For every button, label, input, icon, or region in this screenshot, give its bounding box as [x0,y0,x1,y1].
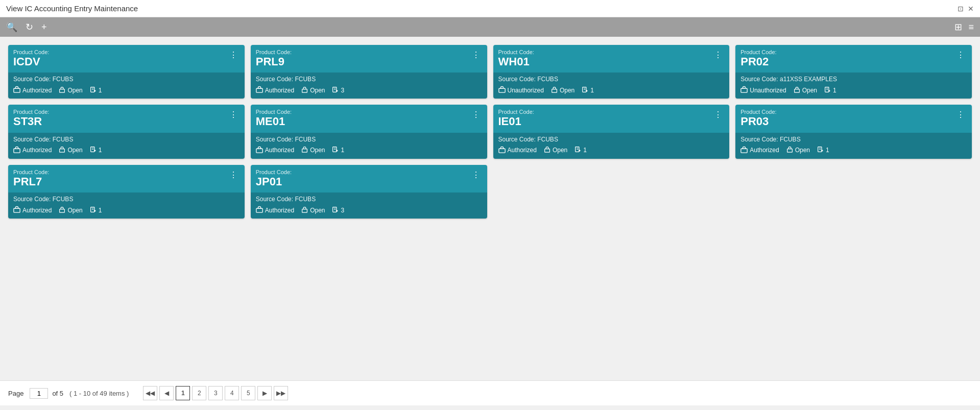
card-source: Source Code: FCUBS [740,136,967,143]
product-code-value: JP01 [256,175,292,188]
prev-page-button[interactable]: ◀ [159,386,174,400]
card-menu-icon[interactable]: ⋮ [227,169,240,181]
open-status-label: Open [310,147,325,154]
card-item[interactable]: Product Code: ME01 ⋮ Source Code: FCUBS … [251,105,487,158]
product-code-label: Product Code: [256,49,292,55]
card-menu-icon[interactable]: ⋮ [470,169,482,181]
edit-icon [90,146,97,154]
add-icon[interactable]: + [41,22,47,33]
maximize-icon[interactable]: ⊡ [958,5,964,13]
product-code-value: PR02 [740,55,776,68]
lock-icon [544,146,551,154]
card-header: Product Code: PR03 ⋮ [735,105,972,132]
last-page-button[interactable]: ▶▶ [274,386,288,400]
card-menu-icon[interactable]: ⋮ [470,49,482,61]
open-status: Open [301,206,325,214]
product-code-value: IE01 [498,115,534,128]
card-menu-icon[interactable]: ⋮ [227,109,240,120]
svg-rect-16 [794,89,799,93]
page-2-button[interactable]: 2 [192,386,206,400]
card-item[interactable]: Product Code: PRL7 ⋮ Source Code: FCUBS … [8,165,245,219]
grid-view-icon[interactable]: ⊞ [954,21,962,33]
card-menu-icon[interactable]: ⋮ [470,109,482,120]
edit-count-label: 3 [341,87,344,94]
card-menu-icon[interactable]: ⋮ [954,109,967,120]
card-source: Source Code: FCUBS [256,136,482,143]
product-code-value: PRL9 [256,55,292,68]
page-4-button[interactable]: 4 [225,386,239,400]
card-menu-icon[interactable]: ⋮ [712,109,724,120]
main-content: Product Code: ICDV ⋮ Source Code: FCUBS … [0,37,980,380]
card-item[interactable]: Product Code: IE01 ⋮ Source Code: FCUBS … [493,105,730,158]
card-body: Source Code: FCUBS Authorized [251,73,487,99]
lock-icon [301,86,308,94]
edit-count-label: 3 [341,207,344,214]
card-item[interactable]: Product Code: WH01 ⋮ Source Code: FCUBS … [493,45,730,99]
edit-icon [332,206,339,214]
auth-icon [256,206,263,214]
edit-count: 1 [824,86,836,94]
open-status: Open [59,86,82,94]
edit-count-label: 1 [833,87,836,94]
card-item[interactable]: Product Code: PRL9 ⋮ Source Code: FCUBS … [251,45,487,99]
card-header: Product Code: ST3R ⋮ [8,105,245,132]
card-menu-icon[interactable]: ⋮ [954,49,967,61]
card-menu-icon[interactable]: ⋮ [227,49,240,61]
toolbar-left: 🔍 ↻ + [6,21,47,33]
open-status: Open [551,86,575,94]
svg-rect-45 [256,208,262,212]
card-item[interactable]: Product Code: ST3R ⋮ Source Code: FCUBS … [8,105,245,158]
card-source: Source Code: FCUBS [13,196,240,203]
edit-count: 3 [332,206,344,214]
edit-icon [824,86,831,94]
toolbar: 🔍 ↻ + ⊞ ≡ [0,17,980,37]
card-item[interactable]: Product Code: JP01 ⋮ Source Code: FCUBS … [251,165,487,219]
auth-status: Authorized [13,206,52,214]
edit-count: 1 [90,146,102,154]
title-bar: View IC Accounting Entry Maintenance ⊡ ✕ [0,0,980,17]
auth-status: Unauthorized [498,86,544,94]
next-page-button[interactable]: ▶ [257,386,272,400]
page-1-button[interactable]: 1 [176,386,190,400]
search-icon[interactable]: 🔍 [6,21,17,33]
close-icon[interactable]: ✕ [968,5,974,13]
first-page-button[interactable]: ◀◀ [143,386,157,400]
card-item[interactable]: Product Code: ICDV ⋮ Source Code: FCUBS … [8,45,245,99]
card-body: Source Code: FCUBS Authorized [493,133,730,159]
auth-status: Authorized [740,146,779,155]
product-code-label: Product Code: [498,109,534,115]
edit-icon [332,86,339,94]
auth-status-label: Authorized [22,87,52,94]
page-3-button[interactable]: 3 [208,386,223,400]
card-header: Product Code: PRL7 ⋮ [8,165,245,192]
open-status-label: Open [67,87,82,94]
auth-icon [13,86,20,94]
auth-icon [740,146,748,155]
open-status-label: Open [802,87,817,94]
auth-icon [13,146,20,155]
menu-icon[interactable]: ≡ [968,22,974,33]
card-item[interactable]: Product Code: PR03 ⋮ Source Code: FCUBS … [735,105,972,158]
refresh-icon[interactable]: ↻ [26,21,33,33]
open-status-label: Open [553,147,567,154]
product-code-value: PRL7 [13,175,49,188]
card-source: Source Code: FCUBS [498,76,725,83]
auth-status: Authorized [256,146,294,155]
svg-rect-35 [741,149,747,153]
card-header: Product Code: PR02 ⋮ [735,45,972,73]
page-input[interactable] [30,388,48,399]
lock-icon [301,206,308,214]
card-body: Source Code: FCUBS Authorized [251,133,487,159]
card-item[interactable]: Product Code: PR02 ⋮ Source Code: a11XSS… [735,45,972,99]
edit-icon [575,146,581,154]
card-menu-icon[interactable]: ⋮ [712,49,724,61]
svg-rect-6 [302,89,307,93]
card-source: Source Code: FCUBS [13,136,240,143]
edit-count: 1 [90,206,102,214]
auth-status-label: Authorized [22,207,52,214]
page-5-button[interactable]: 5 [241,386,255,400]
product-code-value: ST3R [13,115,49,128]
edit-count-label: 1 [590,87,594,94]
product-code-label: Product Code: [256,109,292,115]
open-status-label: Open [795,147,810,154]
